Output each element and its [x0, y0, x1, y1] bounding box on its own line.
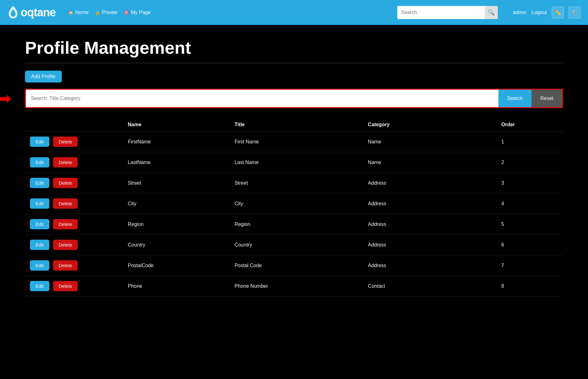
lock-icon: 🔒: [95, 10, 100, 15]
actions-cell: Edit Delete: [25, 276, 123, 297]
cell-title: City: [229, 193, 363, 214]
nav-home-label: Home: [75, 10, 89, 15]
add-profile-button[interactable]: Add Profile: [25, 71, 62, 82]
table-row: Edit Delete LastName Last Name Name 2: [25, 152, 563, 173]
cell-category: Contact: [363, 276, 496, 297]
cell-name: LastName: [123, 152, 229, 173]
cell-name: Phone: [123, 276, 229, 297]
edit-button[interactable]: Edit: [30, 260, 49, 271]
cell-title: First Name: [229, 132, 363, 152]
cell-order: 3: [496, 173, 563, 193]
navbar-search-button[interactable]: 🔍: [485, 6, 498, 19]
cell-name: Region: [123, 214, 229, 235]
delete-button[interactable]: Delete: [53, 260, 78, 271]
cell-category: Name: [363, 152, 496, 173]
delete-button[interactable]: Delete: [53, 178, 78, 188]
target-icon: 🎯: [124, 10, 129, 15]
cell-name: Country: [123, 235, 229, 255]
nav-mypage-label: My Page: [131, 10, 151, 15]
actions-cell: Edit Delete: [25, 255, 123, 276]
cell-order: 7: [496, 255, 563, 276]
cell-title: Street: [229, 173, 363, 193]
cell-name: Street: [123, 173, 229, 193]
cell-order: 4: [496, 193, 563, 214]
cell-order: 8: [496, 276, 563, 297]
table-row: Edit Delete Country Country Address 6: [25, 235, 563, 255]
actions-cell: Edit Delete: [25, 173, 123, 193]
navbar-logout-button[interactable]: Logout: [532, 10, 547, 15]
delete-button[interactable]: Delete: [53, 198, 78, 209]
arrow-indicator: ➡: [0, 90, 12, 107]
actions-cell: Edit Delete: [25, 235, 123, 255]
cell-order: 6: [496, 235, 563, 255]
navbar-search: 🔍: [397, 6, 498, 19]
cell-name: FirstName: [123, 132, 229, 152]
nav-links: 🏠 Home 🔒 Private 🎯 My Page: [68, 10, 151, 15]
cell-name: City: [123, 193, 229, 214]
navbar-settings-button[interactable]: ⚙️: [569, 7, 581, 18]
cell-category: Address: [363, 193, 496, 214]
col-header-order: Order: [496, 118, 563, 132]
cell-category: Address: [363, 255, 496, 276]
cell-category: Name: [363, 132, 496, 152]
cell-order: 5: [496, 214, 563, 235]
col-header-title: Title: [229, 118, 363, 132]
edit-button[interactable]: Edit: [30, 240, 49, 250]
page-title: Profile Management: [25, 37, 563, 58]
brand-logo: oqtane: [7, 5, 56, 20]
cell-title: Last Name: [229, 152, 363, 173]
delete-button[interactable]: Delete: [53, 157, 78, 167]
cell-title: Phone Number: [229, 276, 363, 297]
nav-private[interactable]: 🔒 Private: [95, 10, 118, 15]
edit-button[interactable]: Edit: [30, 281, 49, 291]
page-divider: [25, 63, 563, 63]
navbar: oqtane 🏠 Home 🔒 Private 🎯 My Page 🔍 admi…: [0, 0, 588, 25]
actions-cell: Edit Delete: [25, 193, 123, 214]
search-profile-input[interactable]: [26, 90, 498, 107]
col-header-category: Category: [363, 118, 496, 132]
pencil-icon: ✏️: [554, 9, 561, 16]
table-body: Edit Delete FirstName First Name Name 1 …: [25, 132, 563, 297]
brand-link[interactable]: oqtane: [7, 5, 56, 20]
table-row: Edit Delete FirstName First Name Name 1: [25, 132, 563, 152]
cell-name: PostalCode: [123, 255, 229, 276]
main-content: Profile Management Add Profile ➡ Search …: [0, 25, 588, 309]
nav-mypage[interactable]: 🎯 My Page: [124, 10, 151, 15]
col-header-actions: [25, 118, 123, 132]
navbar-edit-button[interactable]: ✏️: [552, 7, 564, 18]
profile-table: Name Title Category Order Edit Delete Fi…: [25, 118, 563, 297]
edit-button[interactable]: Edit: [30, 137, 49, 147]
table-row: Edit Delete PostalCode Postal Code Addre…: [25, 255, 563, 276]
cell-category: Address: [363, 214, 496, 235]
edit-button[interactable]: Edit: [30, 157, 49, 167]
delete-button[interactable]: Delete: [53, 137, 78, 147]
actions-cell: Edit Delete: [25, 214, 123, 235]
actions-cell: Edit Delete: [25, 132, 123, 152]
edit-button[interactable]: Edit: [30, 219, 49, 229]
cell-category: Address: [363, 235, 496, 255]
delete-button[interactable]: Delete: [53, 240, 78, 250]
navbar-search-input[interactable]: [397, 6, 485, 19]
reset-profile-button[interactable]: Reset: [532, 90, 562, 107]
nav-home[interactable]: 🏠 Home: [68, 10, 89, 15]
search-row: ➡ Search Reset: [25, 89, 563, 108]
table-header: Name Title Category Order: [25, 118, 563, 132]
cell-title: Region: [229, 214, 363, 235]
nav-private-label: Private: [102, 10, 118, 15]
cell-order: 2: [496, 152, 563, 173]
cell-order: 1: [496, 132, 563, 152]
table-row: Edit Delete Street Street Address 3: [25, 173, 563, 193]
edit-button[interactable]: Edit: [30, 178, 49, 188]
delete-button[interactable]: Delete: [53, 219, 78, 229]
cell-category: Address: [363, 173, 496, 193]
brand-name: oqtane: [21, 6, 56, 19]
delete-button[interactable]: Delete: [53, 281, 78, 291]
search-profile-button[interactable]: Search: [498, 90, 532, 107]
gear-icon: ⚙️: [571, 9, 578, 16]
navbar-username: admin: [513, 10, 527, 15]
cell-title: Postal Code: [229, 255, 363, 276]
table-row: Edit Delete Region Region Address 5: [25, 214, 563, 235]
cell-title: Country: [229, 235, 363, 255]
edit-button[interactable]: Edit: [30, 198, 49, 209]
col-header-name: Name: [123, 118, 229, 132]
